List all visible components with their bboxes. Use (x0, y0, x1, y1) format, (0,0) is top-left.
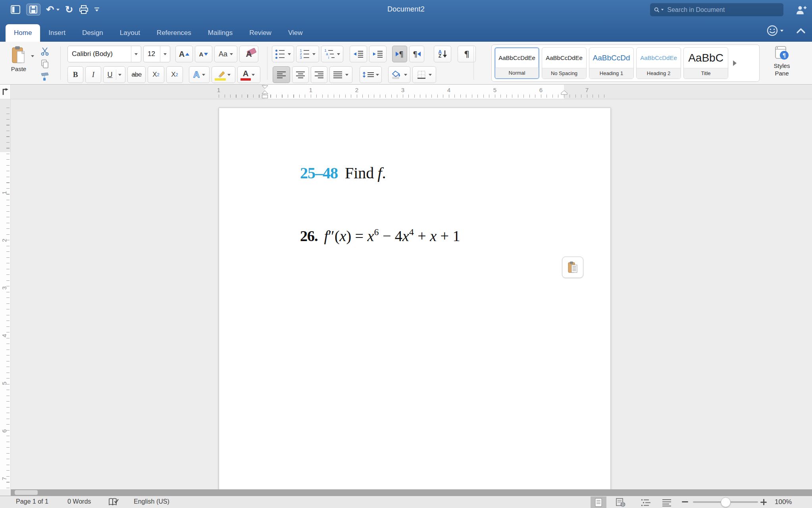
style-card-heading-2[interactable]: AaBbCcDdEeHeading 2 (636, 47, 681, 79)
tab-view[interactable]: View (280, 24, 311, 42)
tab-mailings[interactable]: Mailings (200, 24, 241, 42)
web-layout-view-button[interactable] (613, 496, 629, 508)
draft-view-button[interactable] (659, 496, 675, 508)
strikethrough-label: abe (131, 71, 141, 78)
ltr-paragraph-button[interactable]: ¶ (392, 46, 407, 62)
tab-references[interactable]: References (148, 24, 200, 42)
borders-button[interactable] (412, 66, 436, 83)
font-color-caret-icon (252, 74, 255, 76)
decrease-indent-button[interactable] (350, 46, 367, 62)
equation-token: x (430, 228, 437, 244)
style-card-title[interactable]: AaBbCTitle (683, 47, 728, 79)
tab-insert[interactable]: Insert (40, 24, 74, 42)
problem-number: 26. (300, 228, 318, 244)
line-spacing-button[interactable] (360, 66, 382, 83)
increase-indent-button[interactable] (369, 46, 387, 62)
copy-icon (40, 59, 49, 69)
search-box[interactable] (650, 3, 783, 16)
change-case-caret-icon (230, 53, 233, 55)
style-card-no-spacing[interactable]: AaBbCcDdEeNo Spacing (542, 47, 587, 79)
left-indent-marker[interactable] (262, 95, 268, 99)
feedback-smiley-button[interactable] (766, 25, 783, 37)
strikethrough-button[interactable]: abe (127, 66, 146, 83)
justify-button[interactable] (329, 66, 352, 83)
zoom-slider-knob[interactable] (721, 497, 731, 507)
zoom-out-button[interactable] (682, 501, 688, 502)
align-center-button[interactable] (292, 66, 309, 83)
grow-font-button[interactable]: A (175, 46, 193, 62)
document-workspace[interactable]: 25–48Findf. 26.f″(x) = x6 − 4x4 + x + 1 (11, 99, 812, 489)
text-effects-button[interactable]: A (189, 66, 210, 83)
tab-design[interactable]: Design (74, 24, 112, 42)
style-card-normal[interactable]: AaBbCcDdEeNormal (495, 47, 539, 79)
font-name-select[interactable]: Calibri (Body) (67, 46, 141, 62)
paste-options-clipboard-icon (568, 261, 578, 274)
multilevel-list-button[interactable]: 1 a i (321, 46, 343, 62)
tab-review[interactable]: Review (241, 24, 280, 42)
document-page[interactable]: 25–48Findf. 26.f″(x) = x6 − 4x4 + x + 1 (219, 108, 611, 489)
scrollbar-thumb[interactable] (15, 490, 38, 495)
collapse-ribbon-button[interactable] (796, 27, 806, 34)
copy-button[interactable] (40, 59, 49, 69)
v-ruler-number: 4 (1, 332, 9, 340)
styles-gallery-more-button[interactable] (729, 47, 740, 79)
bullet-list-icon (275, 50, 285, 59)
shrink-font-button[interactable]: A (195, 46, 212, 62)
font-color-button[interactable]: A (237, 66, 260, 83)
sort-az-icon: AZ (438, 50, 442, 58)
style-card-heading-1[interactable]: AaBbCcDdHeading 1 (589, 47, 634, 79)
numbered-list-button[interactable]: 1 2 3 (296, 46, 319, 62)
bullet-list-button[interactable] (272, 46, 294, 62)
language-status[interactable]: English (US) (134, 498, 169, 505)
styles-pane-label-2: Pane (775, 70, 789, 77)
search-scope-caret-icon[interactable] (661, 9, 664, 11)
clear-formatting-button[interactable]: A (239, 46, 258, 62)
outline-view-button[interactable] (638, 496, 654, 508)
scissors-icon (40, 46, 50, 56)
vertical-ruler[interactable]: 1234567 (0, 99, 11, 489)
right-indent-marker[interactable] (561, 90, 568, 95)
cut-button[interactable] (40, 46, 50, 56)
print-layout-view-button[interactable] (591, 496, 606, 508)
superscript-button[interactable]: X2 (166, 66, 183, 83)
align-right-button[interactable] (311, 66, 327, 83)
paint-bucket-icon (391, 70, 402, 79)
format-painter-button[interactable] (40, 72, 50, 81)
tab-home[interactable]: Home (6, 24, 40, 42)
subscript-button[interactable]: X2 (148, 66, 164, 83)
rtl-pilcrow: ¶ (413, 50, 418, 58)
highlight-button[interactable] (212, 66, 235, 83)
share-button[interactable] (795, 5, 806, 15)
bold-button[interactable]: B (67, 66, 83, 83)
underline-button[interactable]: U (103, 66, 125, 83)
styles-pane-button[interactable]: ¶ Styles Pane (763, 46, 801, 77)
horizontal-ruler[interactable]: 11234567 (11, 85, 812, 99)
equation-token: 4 (409, 227, 414, 237)
align-left-button[interactable] (273, 66, 290, 83)
paste-button[interactable]: Paste (9, 46, 29, 72)
horizontal-scrollbar[interactable] (11, 489, 812, 496)
change-case-button[interactable]: Aa (214, 46, 237, 62)
rtl-paragraph-button[interactable]: ¶ (409, 46, 424, 62)
hanging-indent-marker[interactable] (262, 90, 268, 94)
page-count[interactable]: Page 1 of 1 (16, 498, 48, 505)
shading-button[interactable] (388, 66, 410, 83)
first-line-indent-marker[interactable] (262, 85, 268, 89)
sort-button[interactable]: AZ (434, 46, 451, 62)
highlight-caret-icon (227, 74, 231, 76)
font-size-select[interactable]: 12 (143, 46, 170, 62)
paste-options-button[interactable] (562, 257, 583, 278)
search-input[interactable] (666, 6, 779, 14)
zoom-level[interactable]: 100% (775, 498, 792, 506)
style-name: Heading 2 (637, 68, 681, 79)
shrink-font-arrow-icon (204, 53, 208, 56)
style-sample: AaBbCcDd (589, 48, 633, 68)
tab-layout[interactable]: Layout (112, 24, 148, 42)
italic-button[interactable]: I (85, 66, 101, 83)
word-count[interactable]: 0 Words (67, 498, 91, 505)
tab-stop-selector[interactable] (0, 85, 11, 99)
zoom-in-button[interactable] (760, 499, 767, 505)
shrink-font-label: A (199, 51, 204, 58)
spellcheck-status[interactable] (108, 497, 119, 507)
paste-caret-icon[interactable] (31, 55, 34, 57)
